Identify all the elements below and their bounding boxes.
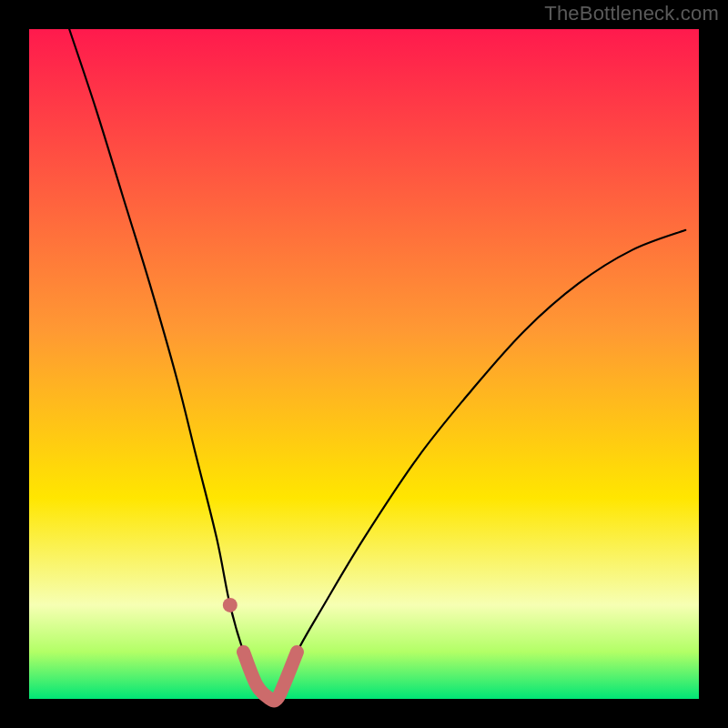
bottleneck-chart <box>0 0 728 728</box>
plot-background <box>29 29 699 699</box>
highlight-dot <box>223 598 238 612</box>
chart-container: TheBottleneck.com <box>0 0 728 728</box>
